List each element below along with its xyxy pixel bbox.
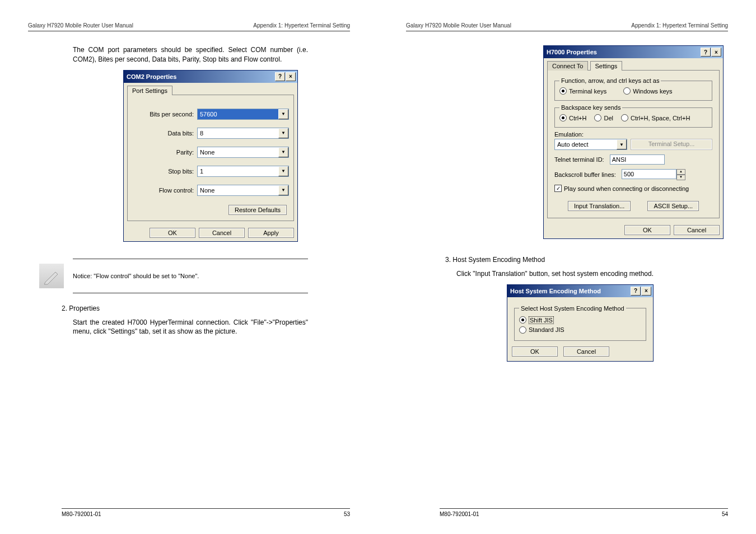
tab-port-settings[interactable]: Port Settings (127, 86, 172, 95)
section-3-text: Click "Input Translation" button, set ho… (456, 269, 692, 279)
parity-combo[interactable]: None ▼ (197, 147, 289, 158)
chevron-down-icon[interactable]: ▼ (278, 147, 288, 157)
windows-keys-radio[interactable]: Windows keys (623, 87, 672, 95)
data-bits-combo[interactable]: 8 ▼ (197, 128, 289, 139)
section-3-title: 3. Host System Encoding Method (445, 256, 728, 264)
backscroll-spinner[interactable]: 500 ▲▼ (622, 169, 685, 180)
ctrlh-radio[interactable]: Ctrl+H (559, 114, 586, 121)
doc-number: M80-792001-01 (440, 511, 479, 517)
page-header: Galaxy H7920 Mobile Router User Manual A… (406, 22, 728, 31)
restore-defaults-button[interactable]: Restore Defaults (228, 205, 287, 215)
encoding-method-dialog: Host System Encoding Method ? × Select H… (507, 284, 654, 362)
emulation-label: Emulation: (554, 131, 712, 138)
section-2-text: Start the created H7000 HyperTerminal co… (73, 318, 308, 337)
emulation-combo[interactable]: Auto detect ▼ (554, 139, 627, 150)
help-icon[interactable]: ? (701, 48, 711, 57)
cancel-button[interactable]: Cancel (674, 225, 720, 235)
parity-label: Parity: (132, 149, 197, 156)
chevron-down-icon[interactable]: ▼ (617, 139, 627, 149)
standardjis-radio[interactable]: Standard JIS (519, 326, 641, 334)
close-icon[interactable]: × (286, 72, 296, 81)
help-icon[interactable]: ? (275, 72, 285, 81)
close-icon[interactable]: × (711, 48, 721, 57)
dlg3-title: Host System Encoding Method (510, 288, 601, 294)
dlg1-titlebar: COM2 Properties ? × (124, 71, 297, 83)
help-icon[interactable]: ? (631, 287, 641, 296)
bits-per-second-combo[interactable]: 57600 ▼ (197, 109, 289, 120)
data-bits-label: Data bits: (132, 130, 197, 137)
hdr-right: Appendix 1: Hypertext Terminal Setting (631, 22, 728, 29)
dlg3-titlebar: Host System Encoding Method ? × (507, 285, 653, 297)
shiftjis-radio[interactable]: Shift JIS (519, 316, 641, 324)
page-number: 53 (344, 511, 350, 517)
bits-per-second-label: Bits per second: (132, 111, 197, 118)
cancel-button[interactable]: Cancel (563, 346, 609, 357)
apply-button[interactable]: Apply (248, 228, 294, 238)
ok-button[interactable]: OK (512, 346, 558, 357)
play-sound-checkbox[interactable]: Play sound when connecting or disconnect… (554, 185, 712, 192)
chevron-down-icon[interactable]: ▼ (278, 109, 288, 119)
hdr-right: Appendix 1: Hypertext Terminal Setting (253, 22, 350, 29)
hdr-left: Galaxy H7920 Mobile Router User Manual (406, 22, 511, 29)
doc-number: M80-792001-01 (62, 511, 101, 517)
del-radio[interactable]: Del (594, 114, 613, 121)
close-icon[interactable]: × (641, 287, 651, 296)
hdr-left: Galaxy H7920 Mobile Router User Manual (28, 22, 133, 29)
dlg1-title: COM2 Properties (127, 73, 176, 80)
telnet-id-label: Telnet terminal ID: (554, 156, 604, 163)
ok-button[interactable]: OK (624, 225, 670, 235)
stop-bits-combo[interactable]: 1 ▼ (197, 166, 289, 177)
terminal-setup-button: Terminal Setup... (631, 139, 712, 150)
divider (73, 293, 308, 293)
tab-connect-to[interactable]: Connect To (547, 61, 588, 71)
cancel-button[interactable]: Cancel (199, 228, 245, 238)
telnet-id-input[interactable]: ANSI (610, 154, 665, 165)
ok-button[interactable]: OK (150, 228, 195, 238)
page-footer: M80-792001-01 53 (62, 508, 350, 517)
page-number: 54 (722, 511, 728, 517)
input-translation-button[interactable]: Input Translation... (568, 201, 631, 211)
h7000-properties-dialog: H7000 Properties ? × Connect To Settings… (543, 45, 724, 239)
backspace-group: Backspace key sends Ctrl+H Del Ctrl+H, S… (554, 104, 712, 128)
notice-text: Notice: "Flow control" should be set to … (73, 273, 199, 279)
section-2-title: 2. Properties (62, 305, 350, 312)
chevron-down-icon[interactable]: ▼ (278, 128, 288, 138)
page-footer: M80-792001-01 54 (440, 508, 728, 517)
chevron-down-icon[interactable]: ▼ (278, 166, 288, 176)
tab-settings[interactable]: Settings (590, 61, 623, 71)
terminal-keys-radio[interactable]: Terminal keys (559, 87, 606, 95)
backscroll-label: Backscroll buffer lines: (554, 171, 616, 178)
intro-text: The COM port parameters should be specif… (73, 45, 308, 64)
chevron-down-icon[interactable]: ▼ (278, 185, 288, 195)
flow-control-label: Flow control: (132, 187, 197, 194)
encoding-group: Select Host System Encoding Method Shift… (514, 305, 646, 341)
pencil-icon (39, 264, 64, 288)
notice-block: Notice: "Flow control" should be set to … (73, 259, 308, 293)
com2-properties-dialog: COM2 Properties ? × Port Settings Bits p… (123, 70, 298, 242)
divider (73, 259, 308, 259)
dlg2-titlebar: H7000 Properties ? × (544, 46, 723, 58)
spin-up-icon[interactable]: ▲ (676, 169, 685, 175)
dlg2-title: H7000 Properties (547, 49, 597, 55)
flow-control-combo[interactable]: None ▼ (197, 185, 289, 196)
ascii-setup-button[interactable]: ASCII Setup... (647, 201, 699, 211)
function-keys-group: Function, arrow, and ctrl keys act as Te… (554, 77, 712, 101)
ctrlh-space-radio[interactable]: Ctrl+H, Space, Ctrl+H (621, 114, 690, 121)
spin-down-icon[interactable]: ▼ (676, 175, 685, 180)
page-header: Galaxy H7920 Mobile Router User Manual A… (28, 22, 350, 31)
stop-bits-label: Stop bits: (132, 168, 197, 175)
